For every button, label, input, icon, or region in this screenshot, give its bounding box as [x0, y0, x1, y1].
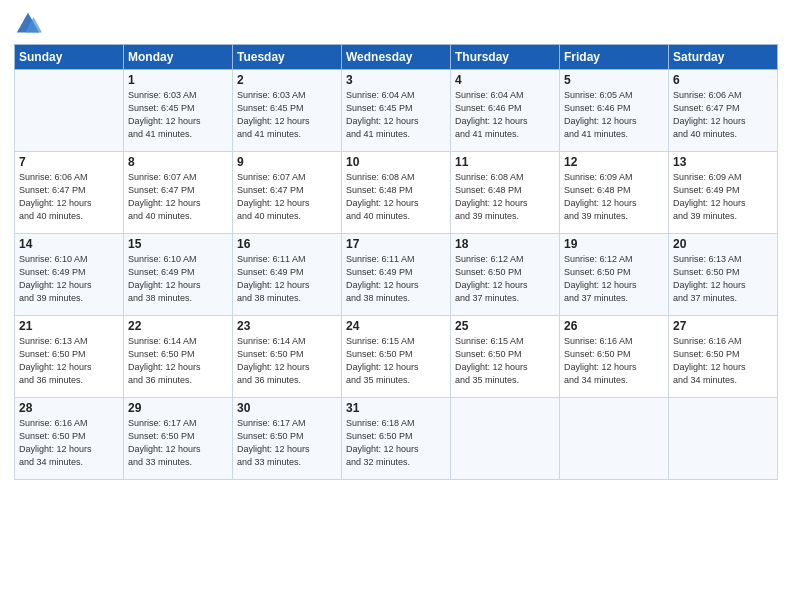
day-info: Sunrise: 6:10 AMSunset: 6:49 PMDaylight:…	[19, 253, 119, 305]
day-info: Sunrise: 6:17 AMSunset: 6:50 PMDaylight:…	[128, 417, 228, 469]
day-info: Sunrise: 6:16 AMSunset: 6:50 PMDaylight:…	[564, 335, 664, 387]
calendar-cell: 31Sunrise: 6:18 AMSunset: 6:50 PMDayligh…	[342, 398, 451, 480]
day-number: 12	[564, 155, 664, 169]
day-info: Sunrise: 6:12 AMSunset: 6:50 PMDaylight:…	[564, 253, 664, 305]
logo	[14, 10, 46, 38]
calendar-cell: 27Sunrise: 6:16 AMSunset: 6:50 PMDayligh…	[669, 316, 778, 398]
calendar-cell: 28Sunrise: 6:16 AMSunset: 6:50 PMDayligh…	[15, 398, 124, 480]
day-info: Sunrise: 6:12 AMSunset: 6:50 PMDaylight:…	[455, 253, 555, 305]
day-number: 1	[128, 73, 228, 87]
calendar-cell	[15, 70, 124, 152]
calendar-cell	[669, 398, 778, 480]
calendar-cell: 25Sunrise: 6:15 AMSunset: 6:50 PMDayligh…	[451, 316, 560, 398]
calendar-cell: 21Sunrise: 6:13 AMSunset: 6:50 PMDayligh…	[15, 316, 124, 398]
day-info: Sunrise: 6:13 AMSunset: 6:50 PMDaylight:…	[19, 335, 119, 387]
day-number: 9	[237, 155, 337, 169]
header-day-saturday: Saturday	[669, 45, 778, 70]
day-number: 11	[455, 155, 555, 169]
calendar-cell: 4Sunrise: 6:04 AMSunset: 6:46 PMDaylight…	[451, 70, 560, 152]
header-day-thursday: Thursday	[451, 45, 560, 70]
calendar-cell: 22Sunrise: 6:14 AMSunset: 6:50 PMDayligh…	[124, 316, 233, 398]
day-number: 29	[128, 401, 228, 415]
day-info: Sunrise: 6:16 AMSunset: 6:50 PMDaylight:…	[673, 335, 773, 387]
calendar-cell: 29Sunrise: 6:17 AMSunset: 6:50 PMDayligh…	[124, 398, 233, 480]
day-number: 28	[19, 401, 119, 415]
day-number: 21	[19, 319, 119, 333]
calendar-cell: 2Sunrise: 6:03 AMSunset: 6:45 PMDaylight…	[233, 70, 342, 152]
day-number: 10	[346, 155, 446, 169]
day-info: Sunrise: 6:08 AMSunset: 6:48 PMDaylight:…	[455, 171, 555, 223]
week-row-4: 28Sunrise: 6:16 AMSunset: 6:50 PMDayligh…	[15, 398, 778, 480]
day-info: Sunrise: 6:10 AMSunset: 6:49 PMDaylight:…	[128, 253, 228, 305]
page: SundayMondayTuesdayWednesdayThursdayFrid…	[0, 0, 792, 612]
calendar-cell: 16Sunrise: 6:11 AMSunset: 6:49 PMDayligh…	[233, 234, 342, 316]
day-number: 15	[128, 237, 228, 251]
day-info: Sunrise: 6:06 AMSunset: 6:47 PMDaylight:…	[19, 171, 119, 223]
day-info: Sunrise: 6:15 AMSunset: 6:50 PMDaylight:…	[346, 335, 446, 387]
day-number: 20	[673, 237, 773, 251]
day-number: 23	[237, 319, 337, 333]
day-number: 8	[128, 155, 228, 169]
calendar-cell: 8Sunrise: 6:07 AMSunset: 6:47 PMDaylight…	[124, 152, 233, 234]
calendar-cell: 1Sunrise: 6:03 AMSunset: 6:45 PMDaylight…	[124, 70, 233, 152]
week-row-1: 7Sunrise: 6:06 AMSunset: 6:47 PMDaylight…	[15, 152, 778, 234]
day-number: 26	[564, 319, 664, 333]
day-info: Sunrise: 6:17 AMSunset: 6:50 PMDaylight:…	[237, 417, 337, 469]
day-number: 17	[346, 237, 446, 251]
calendar-cell: 7Sunrise: 6:06 AMSunset: 6:47 PMDaylight…	[15, 152, 124, 234]
day-number: 19	[564, 237, 664, 251]
calendar-cell: 12Sunrise: 6:09 AMSunset: 6:48 PMDayligh…	[560, 152, 669, 234]
calendar-cell: 3Sunrise: 6:04 AMSunset: 6:45 PMDaylight…	[342, 70, 451, 152]
week-row-0: 1Sunrise: 6:03 AMSunset: 6:45 PMDaylight…	[15, 70, 778, 152]
day-number: 30	[237, 401, 337, 415]
day-info: Sunrise: 6:09 AMSunset: 6:49 PMDaylight:…	[673, 171, 773, 223]
header	[14, 10, 778, 38]
day-number: 13	[673, 155, 773, 169]
day-info: Sunrise: 6:15 AMSunset: 6:50 PMDaylight:…	[455, 335, 555, 387]
day-info: Sunrise: 6:06 AMSunset: 6:47 PMDaylight:…	[673, 89, 773, 141]
logo-icon	[14, 10, 42, 38]
day-info: Sunrise: 6:14 AMSunset: 6:50 PMDaylight:…	[128, 335, 228, 387]
day-info: Sunrise: 6:08 AMSunset: 6:48 PMDaylight:…	[346, 171, 446, 223]
calendar-cell: 9Sunrise: 6:07 AMSunset: 6:47 PMDaylight…	[233, 152, 342, 234]
calendar-cell: 30Sunrise: 6:17 AMSunset: 6:50 PMDayligh…	[233, 398, 342, 480]
header-row: SundayMondayTuesdayWednesdayThursdayFrid…	[15, 45, 778, 70]
header-day-sunday: Sunday	[15, 45, 124, 70]
day-number: 2	[237, 73, 337, 87]
calendar-cell: 6Sunrise: 6:06 AMSunset: 6:47 PMDaylight…	[669, 70, 778, 152]
day-info: Sunrise: 6:13 AMSunset: 6:50 PMDaylight:…	[673, 253, 773, 305]
day-number: 18	[455, 237, 555, 251]
day-info: Sunrise: 6:11 AMSunset: 6:49 PMDaylight:…	[237, 253, 337, 305]
calendar-cell: 17Sunrise: 6:11 AMSunset: 6:49 PMDayligh…	[342, 234, 451, 316]
calendar-cell: 13Sunrise: 6:09 AMSunset: 6:49 PMDayligh…	[669, 152, 778, 234]
day-number: 31	[346, 401, 446, 415]
day-number: 16	[237, 237, 337, 251]
calendar-cell	[560, 398, 669, 480]
day-number: 22	[128, 319, 228, 333]
day-info: Sunrise: 6:07 AMSunset: 6:47 PMDaylight:…	[237, 171, 337, 223]
calendar-cell: 23Sunrise: 6:14 AMSunset: 6:50 PMDayligh…	[233, 316, 342, 398]
calendar-cell: 24Sunrise: 6:15 AMSunset: 6:50 PMDayligh…	[342, 316, 451, 398]
day-info: Sunrise: 6:04 AMSunset: 6:46 PMDaylight:…	[455, 89, 555, 141]
day-number: 27	[673, 319, 773, 333]
calendar-cell: 18Sunrise: 6:12 AMSunset: 6:50 PMDayligh…	[451, 234, 560, 316]
header-day-friday: Friday	[560, 45, 669, 70]
day-number: 25	[455, 319, 555, 333]
day-number: 4	[455, 73, 555, 87]
day-number: 24	[346, 319, 446, 333]
day-number: 14	[19, 237, 119, 251]
day-number: 3	[346, 73, 446, 87]
calendar-cell: 20Sunrise: 6:13 AMSunset: 6:50 PMDayligh…	[669, 234, 778, 316]
week-row-3: 21Sunrise: 6:13 AMSunset: 6:50 PMDayligh…	[15, 316, 778, 398]
calendar-cell: 19Sunrise: 6:12 AMSunset: 6:50 PMDayligh…	[560, 234, 669, 316]
day-number: 5	[564, 73, 664, 87]
week-row-2: 14Sunrise: 6:10 AMSunset: 6:49 PMDayligh…	[15, 234, 778, 316]
day-info: Sunrise: 6:18 AMSunset: 6:50 PMDaylight:…	[346, 417, 446, 469]
header-day-wednesday: Wednesday	[342, 45, 451, 70]
day-info: Sunrise: 6:07 AMSunset: 6:47 PMDaylight:…	[128, 171, 228, 223]
day-info: Sunrise: 6:09 AMSunset: 6:48 PMDaylight:…	[564, 171, 664, 223]
day-info: Sunrise: 6:16 AMSunset: 6:50 PMDaylight:…	[19, 417, 119, 469]
calendar-table: SundayMondayTuesdayWednesdayThursdayFrid…	[14, 44, 778, 480]
day-info: Sunrise: 6:11 AMSunset: 6:49 PMDaylight:…	[346, 253, 446, 305]
calendar-cell: 15Sunrise: 6:10 AMSunset: 6:49 PMDayligh…	[124, 234, 233, 316]
